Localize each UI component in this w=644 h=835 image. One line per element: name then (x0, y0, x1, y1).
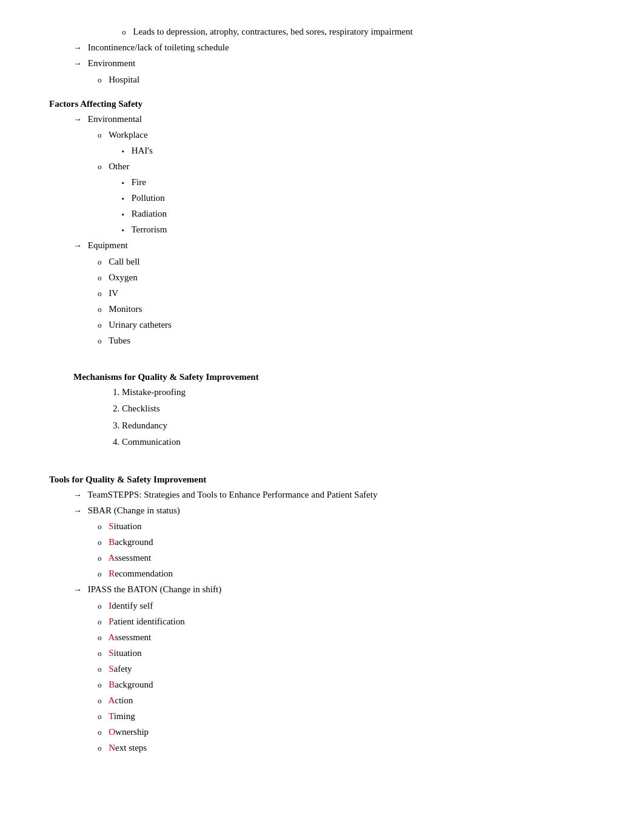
s3-assessment: o Assessment (98, 550, 595, 565)
bullet-o-icon: o (122, 26, 126, 39)
s3-next-steps: o Next steps (98, 740, 595, 755)
s3-background2: o Background (98, 677, 595, 692)
list-item: Mistake-proofing (122, 385, 595, 401)
bullet-square-icon: ▪ (122, 209, 124, 220)
bullet-o-icon: o (98, 552, 102, 565)
arrow-icon: → (73, 113, 82, 126)
intro-text-1: Leads to depression, atrophy, contractur… (133, 27, 412, 36)
bullet-o-icon: o (98, 161, 102, 174)
arrow-icon: → (73, 583, 82, 597)
s3-identify: o Identify self (98, 598, 595, 613)
bullet-o-icon: o (98, 695, 102, 708)
s1-environmental: → Environmental (73, 112, 595, 126)
intro-line-4: o Hospital (98, 72, 595, 87)
intro-text-3: Environment (88, 58, 135, 68)
bullet-o-icon: o (98, 600, 102, 613)
intro-line-1: o Leads to depression, atrophy, contract… (122, 24, 595, 39)
s3-situation2: o Situation (98, 646, 595, 660)
list-item: Redundancy (122, 418, 595, 434)
s1-fire: ▪ Fire (122, 175, 595, 189)
section2-heading: Mechanisms for Quality & Safety Improvem… (73, 372, 595, 382)
bullet-o-icon: o (98, 74, 102, 87)
bullet-o-icon: o (98, 647, 102, 660)
s1-monitors: o Monitors (98, 302, 595, 316)
bullet-square-icon: ▪ (122, 146, 124, 157)
bullet-o-icon: o (98, 568, 102, 581)
bullet-o-icon: o (98, 711, 102, 723)
section2-list: Mistake-proofing Checklists Redundancy C… (122, 385, 595, 450)
s3-situation: o Situation (98, 519, 595, 533)
s1-oxygen: o Oxygen (98, 270, 595, 285)
intro-line-3: → Environment (73, 56, 595, 70)
s1-workplace: o Workplace (98, 127, 595, 142)
arrow-icon: → (73, 504, 82, 518)
s1-terrorism: ▪ Terrorism (122, 222, 595, 237)
list-item: Checklists (122, 401, 595, 417)
s3-ownership: o Ownership (98, 725, 595, 739)
bullet-o-icon: o (98, 663, 102, 676)
arrow-icon: → (73, 57, 82, 70)
bullet-o-icon: o (98, 288, 102, 300)
bullet-o-icon: o (98, 521, 102, 533)
bullet-o-icon: o (98, 129, 102, 142)
bullet-square-icon: ▪ (122, 194, 124, 205)
bullet-o-icon: o (98, 742, 102, 755)
s3-patient-id: o Patient identification (98, 614, 595, 629)
s1-pollution: ▪ Pollution (122, 191, 595, 205)
s1-radiation: ▪ Radiation (122, 206, 595, 221)
bullet-o-icon: o (98, 536, 102, 549)
bullet-o-icon: o (98, 632, 102, 644)
s3-assessment2: o Assessment (98, 630, 595, 644)
s3-action: o Action (98, 693, 595, 708)
page-content: o Leads to depression, atrophy, contract… (49, 24, 595, 755)
arrow-icon: → (73, 488, 82, 502)
bullet-o-icon: o (98, 319, 102, 332)
bullet-square-icon: ▪ (122, 225, 124, 236)
bullet-o-icon: o (98, 679, 102, 692)
bullet-o-icon: o (98, 256, 102, 269)
s3-timing: o Timing (98, 709, 595, 723)
intro-text-4: Hospital (109, 75, 139, 84)
bullet-o-icon: o (98, 272, 102, 285)
s3-safety: o Safety (98, 661, 595, 676)
list-item: Communication (122, 434, 595, 450)
bullet-o-icon: o (98, 726, 102, 739)
arrow-icon: → (73, 239, 82, 252)
s3-sbar: → SBAR (Change in status) (73, 503, 595, 518)
s3-background: o Background (98, 535, 595, 549)
s1-hais: ▪ HAI's (122, 143, 595, 158)
intro-line-2: → Incontinence/lack of toileting schedul… (73, 40, 595, 55)
s3-recommendation: o Recommendation (98, 566, 595, 581)
bullet-o-icon: o (98, 616, 102, 629)
s3-teamstepps: → TeamSTEPPS: Strategies and Tools to En… (73, 487, 595, 502)
section3-heading: Tools for Quality & Safety Improvement (49, 475, 595, 485)
s1-tubes: o Tubes (98, 333, 595, 348)
section1-heading: Factors Affecting Safety (49, 99, 595, 109)
intro-text-2: Incontinence/lack of toileting schedule (88, 42, 229, 52)
s1-call-bell: o Call bell (98, 254, 595, 269)
s1-urinary-catheters: o Urinary catheters (98, 317, 595, 332)
bullet-o-icon: o (98, 303, 102, 316)
s3-ipass: → IPASS the BATON (Change in shift) (73, 582, 595, 597)
bullet-o-icon: o (98, 335, 102, 348)
s1-iv: o IV (98, 286, 595, 300)
arrow-icon: → (73, 41, 82, 55)
s1-equipment: → Equipment (73, 238, 595, 252)
bullet-square-icon: ▪ (122, 178, 124, 189)
s1-other: o Other (98, 159, 595, 174)
